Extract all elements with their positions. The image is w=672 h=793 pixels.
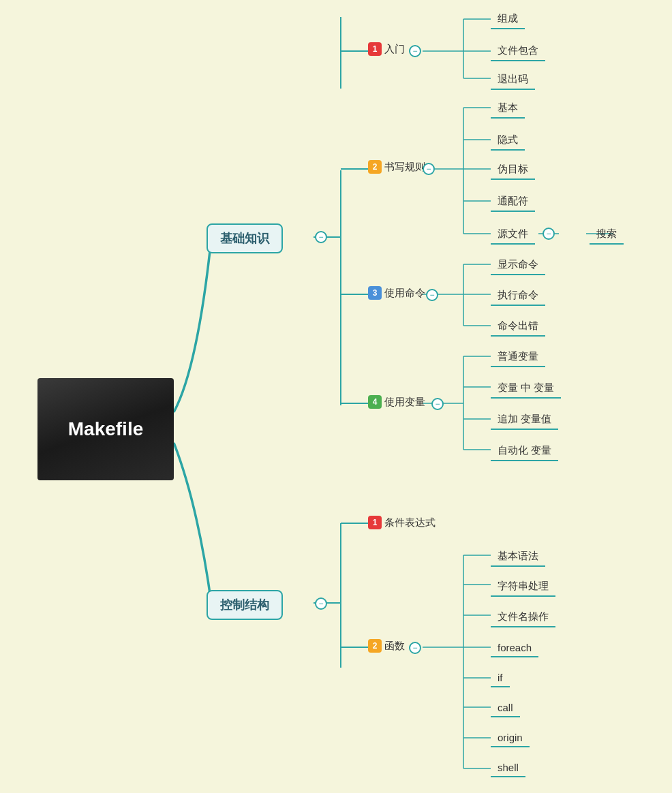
- leaf-if: if: [491, 669, 510, 687]
- branch-shuxie-guize: 2 书写规则: [368, 160, 425, 174]
- leaf-zhuijia-liangzhi: 追加 变量值: [491, 410, 558, 430]
- branch-shiyong-bianliang: 4 使用变量: [368, 395, 425, 409]
- branch-tiaojian-biaodashu: 1 条件表达式: [368, 516, 436, 529]
- leaf-foreach: foreach: [491, 639, 538, 657]
- leaf-tuichu-ma: 退出码: [491, 70, 535, 90]
- leaf-yuanwenjian: 源文件: [491, 225, 535, 245]
- collapse-yuanwenjian[interactable]: −: [543, 228, 555, 240]
- collapse-branch1[interactable]: −: [409, 45, 421, 57]
- badge-c1: 1: [368, 516, 382, 529]
- badge-2: 2: [368, 160, 382, 174]
- makefile-title: Makefile: [68, 418, 144, 440]
- leaf-wenjian-baohuan: 文件包含: [491, 42, 545, 61]
- leaf-zhixing-mingling: 执行命令: [491, 286, 545, 306]
- leaf-zifuchuan-chuli: 字符串处理: [491, 577, 555, 597]
- leaf-mingling-chucuo: 命令出错: [491, 317, 545, 337]
- leaf-zucheng: 组成: [491, 10, 525, 29]
- leaf-jiben: 基本: [491, 99, 525, 119]
- leaf-wenjianming-caozuo: 文件名操作: [491, 608, 555, 627]
- badge-3: 3: [368, 286, 382, 300]
- leaf-tongpeifu: 通配符: [491, 192, 535, 212]
- node-jichu-zhishi[interactable]: 基础知识: [207, 223, 283, 253]
- badge-c2: 2: [368, 639, 382, 653]
- branch-shiyong-mingling: 3 使用命令: [368, 286, 425, 300]
- leaf-sousuo: 搜索: [590, 225, 624, 245]
- leaf-origin: origin: [491, 729, 530, 747]
- leaf-putong-bianliang: 普通变量: [491, 347, 545, 367]
- collapse-branch-c2[interactable]: −: [409, 642, 421, 654]
- leaf-zidonghua-bianliang: 自动化 变量: [491, 441, 558, 461]
- collapse-kongzhi-jiegou[interactable]: −: [315, 597, 327, 610]
- node-kongzhi-jiegou[interactable]: 控制结构: [207, 590, 283, 620]
- leaf-yinshi: 隐式: [491, 131, 525, 151]
- collapse-jichu-zhishi[interactable]: −: [315, 231, 327, 243]
- branch-rumen: 1 入门: [368, 42, 405, 56]
- leaf-shell: shell: [491, 759, 525, 777]
- leaf-wei-mubiao: 伪目标: [491, 160, 535, 180]
- collapse-branch4[interactable]: −: [431, 398, 444, 410]
- badge-4: 4: [368, 395, 382, 409]
- collapse-branch3[interactable]: −: [426, 289, 438, 301]
- mind-map: Makefile 基础知识 − 1 入门 − 组成 文件包含 退出码 2 书写规…: [0, 0, 672, 793]
- leaf-bianliang-zhong: 变量 中 变量: [491, 379, 561, 399]
- branch-hanshu: 2 函数: [368, 639, 405, 653]
- leaf-xianshi-mingling: 显示命令: [491, 255, 545, 275]
- makefile-image: Makefile: [37, 378, 174, 480]
- collapse-branch2[interactable]: −: [423, 163, 435, 175]
- leaf-call: call: [491, 699, 520, 717]
- badge-1: 1: [368, 42, 382, 56]
- leaf-jiben-yufa: 基本语法: [491, 547, 545, 567]
